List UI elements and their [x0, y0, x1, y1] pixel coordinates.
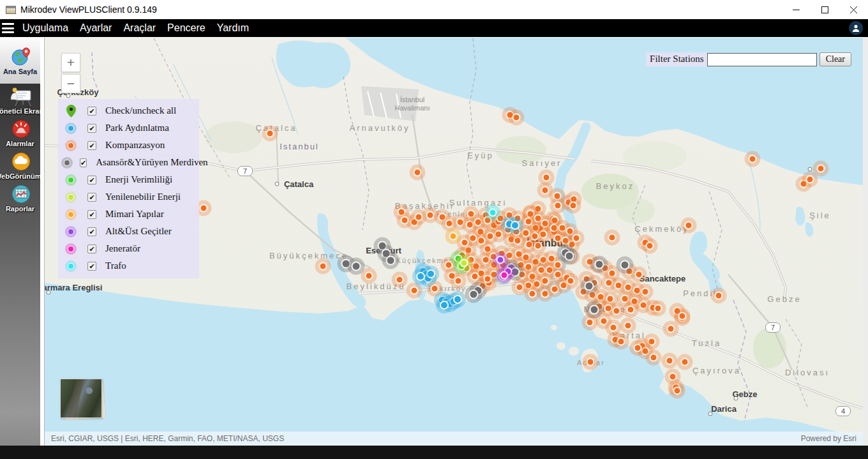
station-marker-o[interactable] [608, 269, 617, 278]
sidebar-item-raporlar[interactable]: Raporlar [0, 181, 40, 214]
station-marker-o[interactable] [445, 261, 453, 269]
station-marker-o[interactable] [605, 279, 613, 287]
station-marker-o[interactable] [415, 213, 423, 222]
station-marker-o[interactable] [627, 306, 635, 314]
station-marker-o[interactable] [624, 283, 632, 292]
station-marker-o[interactable] [541, 290, 550, 298]
station-marker-o[interactable] [410, 287, 419, 295]
station-marker-o[interactable] [200, 204, 208, 213]
station-marker-o[interactable] [567, 277, 575, 285]
station-marker-o[interactable] [474, 218, 483, 227]
station-marker-g[interactable] [590, 305, 599, 315]
station-marker-o[interactable] [551, 285, 559, 294]
station-marker-o[interactable] [401, 216, 409, 225]
station-marker-o[interactable] [610, 324, 618, 332]
station-marker-o[interactable] [551, 216, 559, 225]
station-marker-o[interactable] [539, 230, 548, 239]
station-marker-o[interactable] [525, 282, 533, 290]
station-marker-am[interactable] [449, 232, 458, 241]
station-marker-o[interactable] [431, 285, 439, 293]
station-marker-o[interactable] [641, 288, 650, 296]
station-marker-o[interactable] [806, 176, 814, 184]
station-marker-o[interactable] [534, 242, 542, 250]
station-marker-o[interactable] [604, 305, 613, 313]
station-marker-o[interactable] [533, 280, 541, 289]
basemap-switcher-thumbnail[interactable] [60, 379, 102, 418]
sidebar-item-webgorunumu[interactable]: WebGörünümü [0, 149, 40, 181]
sidebar-item-ana-sayfa[interactable]: Ana Sayfa [0, 37, 40, 84]
legend-checkbox-check-uncheck-all[interactable]: ✔ [87, 107, 96, 116]
station-marker-o[interactable] [528, 290, 537, 298]
station-marker-o[interactable] [486, 232, 495, 241]
clear-filter-button[interactable]: Clear [819, 52, 851, 66]
station-marker-o[interactable] [553, 192, 562, 200]
station-marker-o[interactable] [597, 293, 605, 301]
station-marker-o[interactable] [631, 297, 639, 306]
station-marker-o[interactable] [505, 252, 514, 260]
station-marker-g[interactable] [620, 260, 630, 270]
station-marker-o[interactable] [550, 224, 558, 232]
station-marker-o[interactable] [600, 317, 608, 326]
station-marker-o[interactable] [461, 239, 469, 247]
legend-checkbox-asans-r-y-r-yen-merdiven[interactable]: ✔ [80, 158, 87, 167]
station-marker-o[interactable] [588, 291, 597, 299]
filter-stations-input[interactable] [707, 53, 817, 66]
menu-item-yard-m[interactable]: Yardım [211, 19, 255, 37]
menu-item-ayarlar[interactable]: Ayarlar [74, 19, 117, 37]
station-marker-o[interactable] [817, 165, 825, 173]
station-marker-o[interactable] [528, 273, 537, 281]
station-marker-o[interactable] [542, 174, 551, 182]
station-marker-o[interactable] [514, 237, 522, 245]
station-marker-o[interactable] [469, 234, 477, 243]
station-marker-o[interactable] [471, 273, 479, 281]
station-marker-o[interactable] [539, 256, 548, 264]
station-marker-o[interactable] [566, 227, 574, 236]
station-marker-o[interactable] [681, 358, 689, 366]
station-marker-o[interactable] [617, 338, 625, 346]
station-marker-o[interactable] [522, 229, 530, 237]
station-marker-o[interactable] [484, 245, 492, 253]
station-marker-o[interactable] [456, 218, 465, 227]
station-marker-b[interactable] [453, 295, 462, 304]
station-marker-ch[interactable] [460, 259, 468, 267]
station-marker-b[interactable] [440, 301, 449, 310]
station-marker-o[interactable] [522, 253, 530, 262]
station-marker-o[interactable] [438, 213, 447, 222]
station-marker-g[interactable] [565, 252, 574, 261]
sidebar-item-yonetici-ekrani[interactable]: Yönetici Ekranı [0, 84, 40, 116]
station-marker-o[interactable] [414, 169, 422, 177]
station-marker-o[interactable] [477, 237, 486, 245]
station-marker-o[interactable] [266, 130, 274, 138]
station-marker-o[interactable] [546, 266, 554, 275]
station-marker-o[interactable] [319, 262, 327, 271]
maximize-button[interactable] [811, 0, 839, 19]
station-marker-o[interactable] [554, 271, 562, 279]
station-marker-o[interactable] [654, 305, 662, 313]
menu-item-pencere[interactable]: Pencere [161, 19, 211, 37]
sidebar-item-alarmlar[interactable]: Alarmlar [0, 116, 40, 149]
station-marker-o[interactable] [454, 277, 463, 285]
station-marker-o[interactable] [669, 373, 677, 381]
station-marker-o[interactable] [495, 230, 503, 239]
station-marker-o[interactable] [537, 266, 546, 275]
station-marker-o[interactable] [426, 211, 435, 220]
station-marker-o[interactable] [633, 287, 641, 295]
legend-checkbox-alt-st-ge-itler[interactable]: ✔ [87, 227, 96, 236]
station-marker-g[interactable] [386, 256, 396, 266]
menu-item-ara-lar[interactable]: Araçlar [117, 19, 161, 37]
station-marker-o[interactable] [615, 282, 623, 290]
station-marker-cy[interactable] [489, 209, 497, 217]
station-marker-o[interactable] [586, 319, 594, 327]
station-marker-o[interactable] [554, 202, 562, 210]
station-marker-o[interactable] [673, 387, 682, 395]
legend-checkbox-jenerat-r[interactable]: ✔ [87, 245, 96, 253]
station-marker-o[interactable] [666, 357, 674, 365]
station-marker-o[interactable] [650, 354, 658, 362]
user-account-icon[interactable] [849, 21, 863, 35]
minimize-button[interactable] [782, 0, 811, 19]
hamburger-menu-icon[interactable] [0, 19, 17, 37]
station-marker-o[interactable] [513, 114, 521, 122]
station-marker-o[interactable] [525, 263, 533, 271]
station-marker-b[interactable] [416, 272, 425, 281]
station-marker-o[interactable] [749, 155, 757, 163]
